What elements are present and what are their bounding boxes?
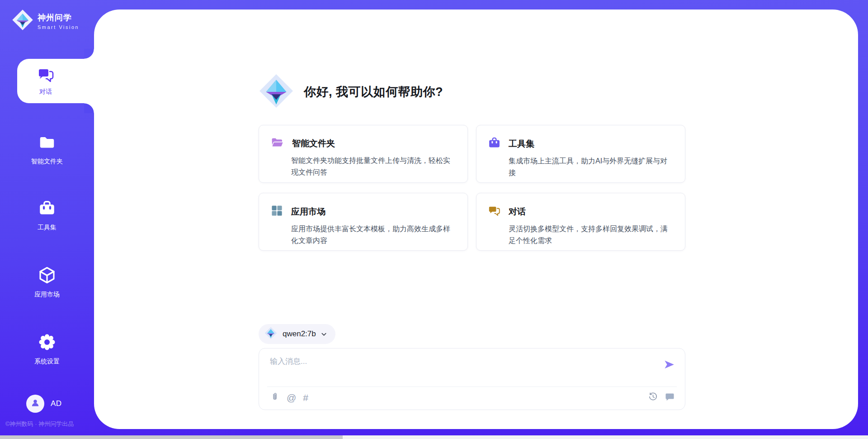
send-icon (663, 358, 675, 372)
sidebar-item-chat[interactable]: 对话 (17, 59, 95, 103)
chat-bubbles-icon (37, 66, 54, 85)
topic-button[interactable]: # (303, 392, 308, 403)
brand-logo-diamond-icon (12, 9, 33, 33)
card-toolset[interactable]: 工具集 集成市场上主流工具，助力AI与外界无缝扩展与对接 (476, 125, 685, 183)
scrollbar-thumb[interactable] (0, 435, 343, 439)
folder-open-icon (271, 137, 284, 150)
brand-subtitle: Smart Vision (38, 24, 79, 30)
user-profile[interactable]: AD (26, 395, 62, 413)
chat-bubbles-icon (488, 205, 500, 219)
cube-icon (37, 265, 57, 286)
card-chat[interactable]: 对话 灵活切换多模型文件，支持多样回复效果调试，满足个性化需求 (476, 193, 685, 251)
model-selector[interactable]: qwen2:7b (259, 324, 335, 344)
sidebar-item-label: 应用市场 (34, 291, 60, 299)
greeting-text: 你好, 我可以如何帮助你? (304, 84, 443, 100)
horizontal-scrollbar (0, 435, 868, 439)
greeting: 你好, 我可以如何帮助你? (259, 73, 443, 110)
new-chat-button[interactable] (665, 391, 675, 403)
user-name: AD (51, 399, 62, 408)
card-title: 工具集 (509, 138, 534, 150)
message-input[interactable] (270, 356, 641, 382)
sidebar-item-app-market[interactable]: 应用市场 (1, 265, 93, 299)
history-button[interactable] (648, 391, 658, 403)
sidebar-item-settings[interactable]: 系统设置 (1, 332, 93, 366)
paperclip-icon (270, 391, 280, 404)
avatar (26, 395, 44, 413)
sidebar-item-label: 对话 (39, 88, 52, 96)
hash-icon: # (303, 392, 308, 403)
assistant-logo-diamond-icon (259, 73, 294, 110)
attach-file-button[interactable] (270, 391, 280, 404)
sidebar: 神州问学 Smart Vision 对话 智能文件夹 (0, 0, 94, 439)
sidebar-item-label: 系统设置 (34, 358, 60, 366)
briefcase-icon (38, 199, 57, 220)
message-composer: @ # (259, 348, 685, 410)
at-sign-icon: @ (287, 392, 296, 403)
card-smart-folder[interactable]: 智能文件夹 智能文件夹功能支持批量文件上传与清洗，轻松实现文件问答 (259, 125, 468, 183)
grid-icon (271, 205, 283, 219)
card-title: 对话 (509, 206, 526, 218)
feature-cards: 智能文件夹 智能文件夹功能支持批量文件上传与清洗，轻松实现文件问答 (259, 125, 685, 251)
person-icon (30, 397, 41, 410)
brand: 神州问学 Smart Vision (12, 9, 79, 33)
copyright-text: ©神州数码 · 神州问学出品 (5, 420, 93, 428)
card-description: 智能文件夹功能支持批量文件上传与清洗，轻松实现文件问答 (291, 155, 456, 178)
mention-button[interactable]: @ (287, 392, 296, 403)
model-logo-diamond-icon (264, 327, 277, 341)
chat-bubble-icon (665, 391, 675, 403)
gear-icon (37, 332, 57, 353)
card-description: 集成市场上主流工具，助力AI与外界无缝扩展与对接 (509, 155, 673, 179)
card-description: 灵活切换多模型文件，支持多样回复效果调试，满足个性化需求 (509, 223, 673, 247)
sidebar-item-smart-folder[interactable]: 智能文件夹 (1, 133, 93, 166)
composer-divider (267, 387, 677, 387)
history-clock-icon (648, 391, 658, 403)
model-name: qwen2:7b (283, 329, 316, 339)
tab-curve-top (84, 49, 94, 59)
card-title: 智能文件夹 (292, 138, 335, 149)
chevron-down-icon (321, 331, 327, 338)
tab-curve-bottom (84, 103, 94, 113)
sidebar-item-label: 工具集 (38, 224, 57, 232)
card-title: 应用市场 (291, 206, 326, 218)
main-panel: 你好, 我可以如何帮助你? 智能文件夹 智能文件夹功能支持批量文件上传与清洗，轻… (94, 10, 858, 429)
card-description: 应用市场提供丰富长文本模板，助力高效生成多样化文章内容 (291, 223, 456, 247)
sidebar-item-label: 智能文件夹 (31, 157, 63, 166)
app-background: 神州问学 Smart Vision 对话 智能文件夹 (0, 0, 868, 439)
briefcase-icon (488, 137, 500, 151)
send-button[interactable] (662, 358, 676, 372)
card-app-market[interactable]: 应用市场 应用市场提供丰富长文本模板，助力高效生成多样化文章内容 (259, 193, 468, 251)
sidebar-item-toolset[interactable]: 工具集 (1, 199, 93, 232)
folder-icon (38, 133, 57, 153)
brand-title: 神州问学 (38, 12, 79, 23)
